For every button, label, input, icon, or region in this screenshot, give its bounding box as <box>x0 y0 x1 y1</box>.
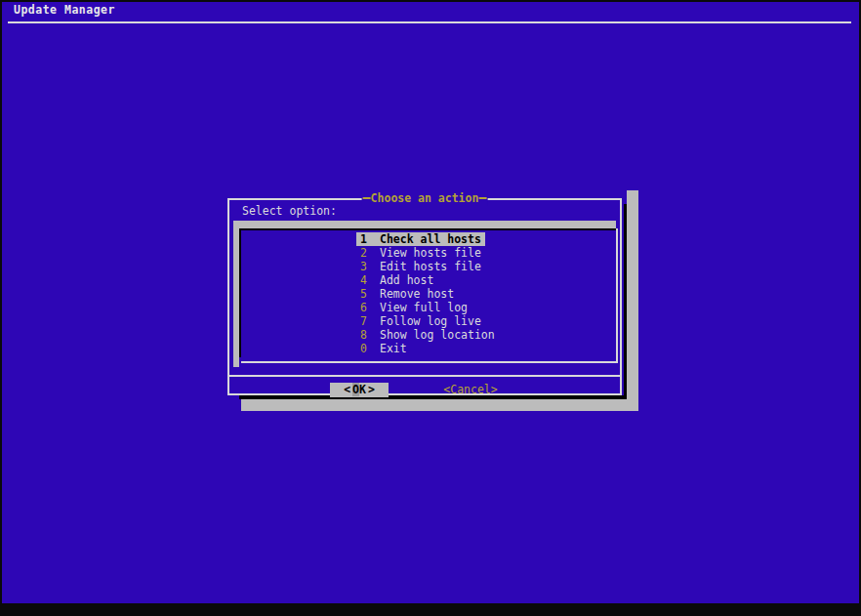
menu-item-key: 2 <box>360 246 380 260</box>
menu-item-label: Remove host <box>380 287 454 301</box>
menu-box-border-bottom <box>241 361 618 363</box>
ok-button-label: OK <box>350 383 368 397</box>
title-dash-right <box>478 197 486 199</box>
menu-item-label: View full log <box>380 301 468 314</box>
ok-button[interactable]: <OK> <box>330 383 389 397</box>
menu-item-key: 1 <box>360 232 380 246</box>
menu-item-follow-log-live[interactable]: 7Follow log live <box>241 314 616 328</box>
menu-box: 1Check all hosts2View hosts file3Edit ho… <box>233 221 622 365</box>
menu-item-inner: 3Edit hosts file <box>356 260 485 273</box>
menu-item-label: Follow log live <box>380 314 481 328</box>
menu-box-border-top-shadow <box>241 228 616 230</box>
menu-item-inner: 4Add host <box>356 273 437 287</box>
ok-bracket-left: < <box>344 383 350 396</box>
dialog-shadow-edge-bottom <box>239 395 624 399</box>
dialog-title-text: Choose an action <box>371 191 479 205</box>
menu-item-view-full-log[interactable]: 6View full log <box>241 301 616 314</box>
menu-box-border-right <box>616 228 618 363</box>
menu-item-key: 4 <box>360 273 380 287</box>
dialog-shadow-bottom <box>241 399 638 411</box>
dialog-shadow-edge-right <box>624 204 627 399</box>
menu-item-inner: 2View hosts file <box>356 246 485 260</box>
menu-item-label: View hosts file <box>380 246 481 260</box>
menu-item-label: Add host <box>380 273 433 287</box>
menu-item-inner: 6View full log <box>356 301 472 314</box>
menu-list: 1Check all hosts2View hosts file3Edit ho… <box>241 232 616 355</box>
menu-item-key: 5 <box>360 287 380 301</box>
menu-item-label: Check all hosts <box>380 232 481 246</box>
menu-box-corner <box>233 359 239 367</box>
menu-item-key: 7 <box>360 314 380 328</box>
menu-item-inner: 7Follow log live <box>356 314 485 328</box>
menu-item-add-host[interactable]: 4Add host <box>241 273 616 287</box>
terminal-window: Update Manager Choose an action Select o… <box>0 0 861 616</box>
terminal-screen: Update Manager Choose an action Select o… <box>2 2 859 603</box>
menu-item-key: 8 <box>360 328 380 342</box>
backtitle-rule <box>8 21 851 23</box>
title-dash-left <box>363 197 371 199</box>
menu-item-label: Show log location <box>380 328 495 342</box>
backtitle: Update Manager <box>14 3 115 17</box>
choose-action-dialog: Choose an action Select option: 1Check a… <box>227 198 622 395</box>
menu-item-inner: 0Exit <box>356 342 411 355</box>
menu-item-label: Edit hosts file <box>380 260 481 273</box>
ok-bracket-right: > <box>368 383 375 396</box>
menu-item-inner: 1Check all hosts <box>356 232 485 246</box>
menu-item-inner: 8Show log location <box>356 328 499 342</box>
button-separator <box>229 375 620 377</box>
menu-item-show-log-location[interactable]: 8Show log location <box>241 328 616 342</box>
cancel-button[interactable]: <Cancel> <box>441 383 500 397</box>
menu-item-key: 6 <box>360 301 380 314</box>
menu-item-key: 0 <box>360 342 380 355</box>
menu-box-border-top <box>233 221 616 228</box>
menu-item-check-all-hosts[interactable]: 1Check all hosts <box>241 232 616 246</box>
menu-item-label: Exit <box>380 342 407 355</box>
menu-item-key: 3 <box>360 260 380 273</box>
dialog-title: Choose an action <box>362 190 488 206</box>
menu-item-edit-hosts-file[interactable]: 3Edit hosts file <box>241 260 616 273</box>
menu-item-inner: 5Remove host <box>356 287 458 301</box>
menu-item-exit[interactable]: 0Exit <box>241 342 616 355</box>
menu-item-remove-host[interactable]: 5Remove host <box>241 287 616 301</box>
menu-item-view-hosts-file[interactable]: 2View hosts file <box>241 246 616 260</box>
dialog-prompt: Select option: <box>242 204 337 218</box>
dialog-shadow-right <box>627 190 638 411</box>
